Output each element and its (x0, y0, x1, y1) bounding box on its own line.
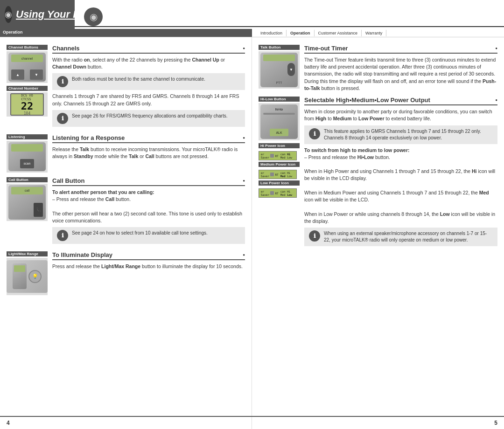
power-note2: ℹ When using an external speaker/microph… (304, 228, 497, 246)
med-power-icon-label: Medium Power Icon (259, 162, 300, 167)
channel-display: DCS VOCTCSS 22 104 (10, 93, 44, 116)
call-button-title: Call Button (52, 177, 245, 186)
channel-number-label: Channel Number (7, 86, 48, 91)
hi-power-lcd: er Saver RT can Hi Med Low (259, 151, 297, 160)
listening-text: Release the Talk button to receive incom… (52, 146, 245, 160)
subheader-operation-left: Operation (0, 29, 252, 37)
power-icon-stack: Hi Power Icon er Saver RT can Hi Med Low… (259, 143, 300, 198)
talk-button-label: Talk Button (259, 45, 300, 50)
channels-image-area: Channel Buttons channel ▲ ▼ Channel Numb… (7, 45, 48, 117)
low-power-icon-label: Low Power Icon (259, 180, 300, 186)
section-illuminate: Light/Max Range 💡 To Illuminate Display … (7, 251, 245, 295)
call-button-label: Call Button (7, 177, 48, 182)
channels-note2: ℹ See page 26 for FRS/GMRS frequency all… (52, 110, 245, 127)
call-button-text: To alert another person that you are cal… (52, 189, 245, 224)
channels-text2: Channels 1 through 7 are shared by FRS a… (52, 93, 245, 107)
timeout-title: Time-out Timer (304, 45, 497, 54)
hilow-button-image: hi·lo ALK (259, 103, 300, 140)
hilow-button-label: Hi-Low Button (259, 97, 300, 102)
header-right: ◉ (75, 0, 504, 29)
note-icon-2: ℹ (57, 113, 68, 124)
call-button-note: ℹ See page 24 on how to select from 10 a… (52, 227, 245, 244)
med-power-lcd: er Saver RT can Hi Med Low (259, 170, 297, 179)
nav-tabs: ◉ (75, 7, 504, 27)
call-button-image: call 📞 (7, 184, 48, 221)
talk-button-image: ▼ PTT (259, 51, 300, 89)
illuminate-image-area: Light/Max Range 💡 (7, 251, 48, 295)
subheader-right: Introduction Operation Customer Assistan… (252, 29, 504, 37)
page-right: Talk Button ▼ PTT Time-out Timer The Tim… (252, 37, 504, 416)
main-content: Channel Buttons channel ▲ ▼ Channel Numb… (0, 37, 504, 416)
power-note2-text: When using an external speaker/microphon… (324, 230, 493, 243)
listening-image: scan (7, 141, 48, 173)
footer-right: 5 (252, 417, 504, 429)
illuminate-title: To Illuminate Display (52, 251, 245, 260)
power-note1: ℹ This feature applies to GMRS Channels … (304, 125, 497, 144)
power-title: Selectable High•Medium•Low Power Output (304, 97, 497, 105)
channel-buttons-label: Channel Buttons (7, 45, 48, 50)
call-button-note-text: See page 24 on how to select from 10 ava… (72, 230, 208, 236)
note-icon-1: ℹ (57, 76, 68, 87)
page-left: Channel Buttons channel ▲ ▼ Channel Numb… (0, 37, 252, 416)
power-content: Selectable High•Medium•Low Power Output … (304, 97, 497, 249)
page-number-right: 5 (494, 420, 497, 426)
low-power-lcd: er Saver RT can Hi Med Low (259, 188, 297, 198)
channels-text: With the radio on, select any of the 22 … (52, 56, 245, 70)
header-icon: ◉ (5, 6, 12, 23)
listening-content: Listening for a Response Release the Tal… (52, 134, 245, 160)
timeout-text: The Time-out Timer feature limits transm… (304, 56, 497, 92)
illuminate-image: 💡 (7, 258, 48, 295)
nav-icon-right: ◉ (84, 7, 103, 26)
note-icon-3: ℹ (57, 230, 68, 241)
call-button-image-area: Call Button call 📞 (7, 177, 48, 221)
footer-left: 4 (0, 417, 252, 429)
channels-title: Channels (52, 45, 245, 54)
channels-note1: ℹ Both radios must be tuned to the same … (52, 73, 245, 90)
note-icon-4: ℹ (309, 128, 320, 139)
channel-number-display: DCS VOCTCSS 22 104 (7, 92, 48, 117)
power-note1-text: This feature applies to GMRS Channels 1 … (324, 128, 493, 141)
channels-content: Channels With the radio on, select any o… (52, 45, 245, 130)
channels-note2-text: See page 26 for FRS/GMRS frequency alloc… (72, 113, 228, 119)
power-text1: When in close proximity to another party… (304, 108, 497, 122)
footer: 4 5 (0, 416, 504, 429)
timeout-image-area: Talk Button ▼ PTT (259, 45, 300, 89)
timeout-content: Time-out Timer The Time-out Timer featur… (304, 45, 497, 92)
section-listening: Listening scan Listening for a Response … (7, 134, 245, 173)
light-btn-graphic: 💡 (7, 260, 48, 293)
illuminate-content: To Illuminate Display Press and release … (52, 251, 245, 270)
listening-label: Listening (7, 134, 48, 139)
hi-power-icon-label: Hi Power Icon (259, 143, 300, 148)
channels-note1-text: Both radios must be tuned to the same ch… (72, 76, 205, 83)
section-channels: Channel Buttons channel ▲ ▼ Channel Numb… (7, 45, 245, 130)
section-timeout: Talk Button ▼ PTT Time-out Timer The Tim… (259, 45, 497, 92)
page-number-left: 4 (7, 420, 10, 426)
header: ◉ Using Your Radio ◉ (0, 0, 504, 29)
section-call-button: Call Button call 📞 Call Button To alert … (7, 177, 245, 247)
section-power-output: Hi-Low Button hi·lo ALK Hi Power Icon er… (259, 97, 497, 249)
header-left: ◉ Using Your Radio (0, 0, 75, 29)
illuminate-text: Press and release the Light/Max Range bu… (52, 263, 245, 270)
power-switch-text: To switch from high to medium to low pow… (304, 147, 497, 225)
note-icon-5: ℹ (309, 230, 320, 242)
illuminate-label: Light/Max Range (7, 251, 48, 256)
listening-image-area: Listening scan (7, 134, 48, 173)
subheader: Operation Introduction Operation Custome… (0, 29, 504, 37)
call-button-content: Call Button To alert another person that… (52, 177, 245, 247)
listening-title: Listening for a Response (52, 134, 245, 143)
power-image-area: Hi-Low Button hi·lo ALK Hi Power Icon er… (259, 97, 300, 198)
channel-buttons-image: channel ▲ ▼ (7, 51, 48, 83)
